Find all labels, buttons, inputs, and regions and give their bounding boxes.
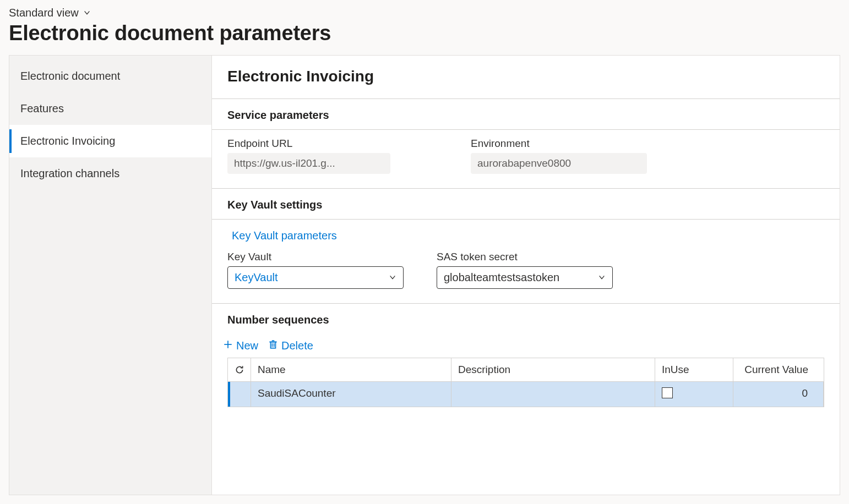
- section-header: Service parameters: [212, 99, 840, 130]
- endpoint-url-value: https://gw.us-il201.g...: [227, 153, 390, 174]
- section-number-sequences: Number sequences New Delete: [212, 303, 840, 407]
- cell-name[interactable]: SaudiSACounter: [251, 382, 451, 407]
- sidebar-item-label: Integration channels: [20, 167, 119, 179]
- panel-title: Electronic Invoicing: [212, 68, 840, 95]
- sas-token-value: globalteamtestsastoken: [444, 271, 559, 284]
- section-key-vault: Key Vault settings Key Vault parameters …: [212, 188, 840, 300]
- svg-rect-2: [271, 342, 276, 348]
- key-vault-value: KeyVault: [235, 271, 278, 284]
- grid-toolbar: New Delete: [212, 334, 840, 358]
- sidebar-item-electronic-document[interactable]: Electronic document: [9, 60, 211, 92]
- new-button-label: New: [236, 339, 258, 352]
- column-header-description[interactable]: Description: [451, 358, 655, 381]
- main-panel: Electronic Invoicing Service parameters …: [211, 55, 840, 495]
- trash-icon: [268, 339, 278, 352]
- cell-current-value[interactable]: 0: [733, 382, 824, 407]
- sidebar-item-features[interactable]: Features: [9, 92, 211, 125]
- refresh-column-header[interactable]: [228, 358, 251, 381]
- sidebar-item-integration-channels[interactable]: Integration channels: [9, 157, 211, 190]
- endpoint-url-label: Endpoint URL: [227, 138, 390, 150]
- sas-token-label: SAS token secret: [437, 251, 613, 263]
- sas-token-dropdown[interactable]: globalteamtestsastoken: [437, 266, 613, 289]
- column-header-inuse[interactable]: InUse: [655, 358, 733, 381]
- row-selector-cell[interactable]: [228, 382, 251, 407]
- column-header-current-value[interactable]: Current Value: [733, 358, 824, 381]
- plus-icon: [223, 339, 233, 352]
- column-header-name[interactable]: Name: [251, 358, 451, 381]
- view-selector[interactable]: Standard view: [9, 7, 91, 19]
- grid-header-row: Name Description InUse Current Value: [228, 358, 824, 382]
- section-service-parameters: Service parameters Endpoint URL https://…: [212, 98, 840, 185]
- chevron-down-icon: [83, 7, 91, 19]
- new-button[interactable]: New: [223, 339, 258, 352]
- chevron-down-icon: [598, 271, 606, 284]
- delete-button[interactable]: Delete: [268, 339, 313, 352]
- section-header: Key Vault settings: [212, 189, 840, 220]
- sidebar-item-label: Electronic Invoicing: [20, 135, 115, 147]
- sidebar: Electronic document Features Electronic …: [9, 55, 211, 495]
- section-header: Number sequences: [212, 304, 840, 334]
- chevron-down-icon: [389, 271, 396, 284]
- key-vault-dropdown[interactable]: KeyVault: [227, 266, 404, 289]
- cell-inuse[interactable]: [655, 382, 733, 407]
- sidebar-item-label: Features: [20, 102, 64, 114]
- number-sequences-grid: Name Description InUse Current Value Sau…: [227, 358, 824, 407]
- sidebar-item-electronic-invoicing[interactable]: Electronic Invoicing: [9, 125, 211, 157]
- table-row[interactable]: SaudiSACounter 0: [228, 382, 824, 407]
- key-vault-parameters-link[interactable]: Key Vault parameters: [227, 227, 337, 251]
- view-selector-label: Standard view: [9, 7, 79, 19]
- key-vault-label: Key Vault: [227, 251, 404, 263]
- environment-label: Environment: [471, 138, 647, 150]
- sidebar-item-label: Electronic document: [20, 70, 120, 82]
- cell-description[interactable]: [451, 382, 655, 407]
- delete-button-label: Delete: [281, 339, 313, 352]
- checkbox-icon[interactable]: [662, 387, 673, 398]
- page-title: Electronic document parameters: [9, 21, 840, 45]
- environment-value: aurorabapenve0800: [471, 153, 647, 174]
